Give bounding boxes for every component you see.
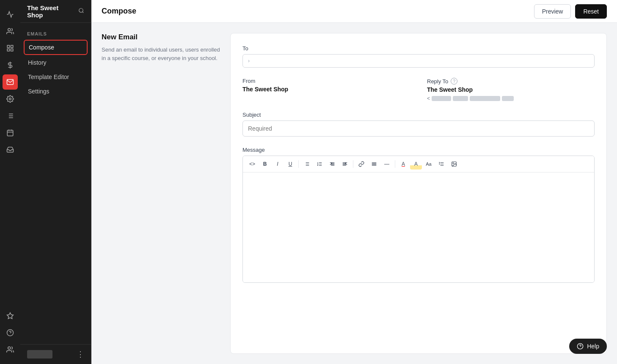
dollar-icon[interactable] (3, 57, 18, 73)
reply-to-value: The Sweet Shop (427, 86, 595, 93)
svg-line-22 (83, 12, 84, 13)
svg-rect-3 (11, 49, 13, 51)
history-label: History (28, 59, 47, 66)
reply-email-blur-1 (432, 96, 451, 101)
angle-bracket: < (427, 96, 430, 101)
toolbar-code-btn[interactable]: <> (246, 159, 258, 170)
content-area: New Email Send an email to individual us… (91, 23, 617, 364)
toolbar-hr-btn[interactable]: — (381, 159, 393, 170)
subject-input[interactable] (242, 120, 595, 137)
sidebar-bottom: ⋮ (20, 344, 91, 364)
page-title: Compose (102, 7, 534, 16)
sidebar-brand: The Sweet Shop (20, 0, 91, 23)
toolbar-ol-btn[interactable] (314, 159, 325, 170)
message-label: Message (242, 147, 595, 153)
svg-rect-13 (7, 130, 13, 136)
emails-section-label: Emails (20, 23, 91, 40)
main-content: Compose Preview Reset New Email Send an … (91, 0, 617, 364)
svg-marker-17 (7, 313, 14, 319)
svg-point-0 (8, 28, 11, 31)
template-editor-label: Template Editor (28, 74, 69, 80)
reset-button[interactable]: Reset (575, 4, 607, 19)
users-icon[interactable] (3, 24, 18, 39)
sidebar-item-template-editor[interactable]: Template Editor (24, 70, 88, 84)
svg-point-21 (79, 8, 83, 12)
toolbar-align-btn[interactable] (368, 159, 380, 170)
help-button[interactable]: Help (569, 339, 607, 354)
sidebar-item-settings[interactable]: Settings (24, 85, 88, 98)
toolbar-bg-color-btn[interactable]: A (410, 159, 422, 170)
reply-email-blur-3 (470, 96, 500, 101)
message-editor: <> B I U (242, 156, 595, 283)
svg-point-20 (8, 347, 11, 349)
reply-email-blur-2 (453, 96, 468, 101)
topbar-actions: Preview Reset (534, 4, 607, 19)
toolbar-outdent-btn[interactable] (326, 159, 338, 170)
to-label: To (242, 45, 595, 52)
toolbar-link-btn[interactable] (355, 159, 367, 170)
settings-label: Settings (28, 88, 50, 95)
to-field-group: To › (242, 45, 595, 68)
sidebar-nav: Compose History Template Editor Settings (20, 40, 91, 98)
help-label: Help (587, 343, 599, 350)
reply-to-help-icon[interactable]: ? (451, 78, 457, 85)
toolbar-line-height-btn[interactable] (435, 159, 447, 170)
from-label: From (242, 78, 255, 84)
toolbar-font-size-btn[interactable]: Aa (423, 159, 435, 170)
svg-rect-2 (11, 45, 13, 47)
hierarchy-icon[interactable] (3, 142, 18, 157)
library-icon[interactable] (3, 108, 18, 123)
toolbar-sep-2 (353, 160, 353, 168)
new-email-description: Send an email to individual users, users… (102, 46, 220, 62)
svg-point-6 (9, 98, 11, 100)
sidebar-item-compose[interactable]: Compose (24, 40, 88, 55)
help-icon[interactable] (3, 325, 18, 340)
reply-email-blur-4 (502, 96, 514, 101)
toolbar-sep-1 (298, 160, 299, 168)
subject-label: Subject (242, 112, 595, 118)
reply-to-block: Reply To ? The Sweet Shop < (427, 78, 595, 101)
form-panel: To › From The Sweet Shop Reply To ? (230, 33, 607, 354)
left-panel: New Email Send an email to individual us… (102, 33, 220, 354)
toolbar-sep-3 (395, 160, 395, 168)
svg-point-48 (453, 163, 454, 164)
toolbar-italic-btn[interactable]: I (272, 159, 284, 170)
compose-label: Compose (29, 44, 54, 51)
toolbar-image-btn[interactable] (448, 159, 460, 170)
dashboard-icon[interactable] (3, 41, 18, 56)
sidebar: The Sweet Shop Emails Compose History Te… (20, 0, 91, 364)
toolbar-indent-btn[interactable] (339, 159, 351, 170)
toolbar-font-color-btn[interactable]: A (397, 159, 409, 170)
new-email-title: New Email (102, 33, 220, 41)
toolbar-underline-btn[interactable]: U (284, 159, 296, 170)
brand-name: The Sweet Shop (27, 4, 75, 19)
from-reply-row: From The Sweet Shop Reply To ? The Sweet… (242, 78, 595, 101)
from-block: From The Sweet Shop (242, 78, 410, 101)
toolbar-ul-btn[interactable] (301, 159, 313, 170)
message-field-group: Message <> B I U (242, 147, 595, 283)
sidebar-item-history[interactable]: History (24, 56, 88, 69)
email-icon[interactable] (3, 74, 18, 90)
calendar-icon[interactable] (3, 125, 18, 140)
icon-rail (0, 0, 20, 364)
user-avatar (27, 350, 52, 359)
reply-to-label: Reply To (427, 78, 448, 85)
reply-email-row: < (427, 96, 595, 101)
svg-rect-1 (7, 45, 9, 47)
message-body[interactable] (243, 172, 594, 282)
to-select[interactable]: › (242, 54, 595, 68)
search-icon[interactable] (78, 8, 84, 15)
more-options-icon[interactable]: ⋮ (77, 350, 84, 359)
toolbar-bold-btn[interactable]: B (259, 159, 271, 170)
svg-rect-4 (7, 49, 9, 51)
topbar: Compose Preview Reset (91, 0, 617, 23)
subject-field-group: Subject (242, 112, 595, 137)
trend-icon[interactable] (3, 7, 18, 22)
from-value: The Sweet Shop (242, 86, 410, 93)
preview-button[interactable]: Preview (534, 4, 571, 19)
gear-icon[interactable] (3, 91, 18, 107)
team-icon[interactable] (3, 342, 18, 357)
chevron-down-icon: › (248, 58, 250, 64)
star-icon[interactable] (3, 308, 18, 323)
editor-toolbar: <> B I U (243, 156, 594, 172)
